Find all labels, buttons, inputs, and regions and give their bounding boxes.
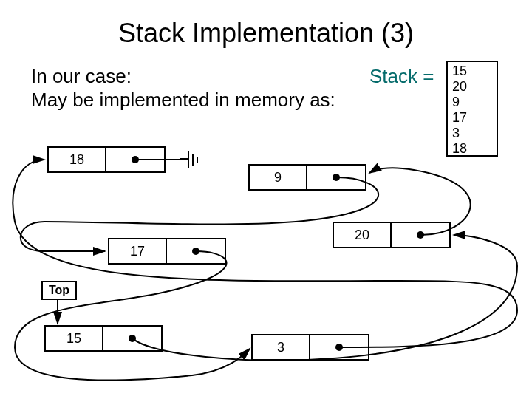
list-node-20: 20	[332, 222, 451, 248]
pointer-dot-icon	[129, 335, 136, 342]
list-node-15: 15	[44, 325, 163, 352]
stack-equals-label: Stack =	[369, 65, 434, 88]
stack-value: 17	[452, 110, 492, 126]
slide-title: Stack Implementation (3)	[0, 18, 532, 49]
ground-icon	[180, 149, 202, 171]
pointer-dot-icon	[192, 248, 200, 255]
pointer-dot-icon	[335, 344, 343, 351]
list-node-17: 17	[108, 238, 226, 265]
node-value: 3	[251, 334, 310, 361]
node-pointer	[167, 238, 226, 265]
node-value: 20	[332, 222, 392, 248]
stack-value: 9	[452, 95, 492, 110]
node-value: 18	[47, 146, 106, 173]
node-pointer	[392, 222, 451, 248]
stack-value: 15	[452, 64, 492, 79]
pointer-dot-icon	[417, 231, 424, 239]
list-node-18: 18	[47, 146, 166, 173]
intro-line-1: In our case:	[31, 65, 132, 88]
stack-value: 3	[452, 126, 492, 141]
pointer-dot-icon	[132, 156, 139, 163]
node-pointer	[310, 334, 369, 361]
stack-contents-box: 15 20 9 17 3 18	[446, 61, 498, 157]
stack-value: 20	[452, 79, 492, 95]
list-node-3: 3	[251, 334, 369, 361]
top-pointer-box: Top	[41, 281, 77, 300]
node-pointer	[103, 325, 163, 352]
node-value: 17	[108, 238, 167, 265]
node-pointer	[307, 164, 366, 191]
pointer-dot-icon	[332, 174, 340, 181]
node-value: 15	[44, 325, 103, 352]
intro-line-2: May be implemented in memory as:	[31, 89, 335, 112]
stack-value: 18	[452, 141, 492, 157]
list-node-9: 9	[248, 164, 366, 191]
node-pointer	[106, 146, 166, 173]
node-value: 9	[248, 164, 307, 191]
